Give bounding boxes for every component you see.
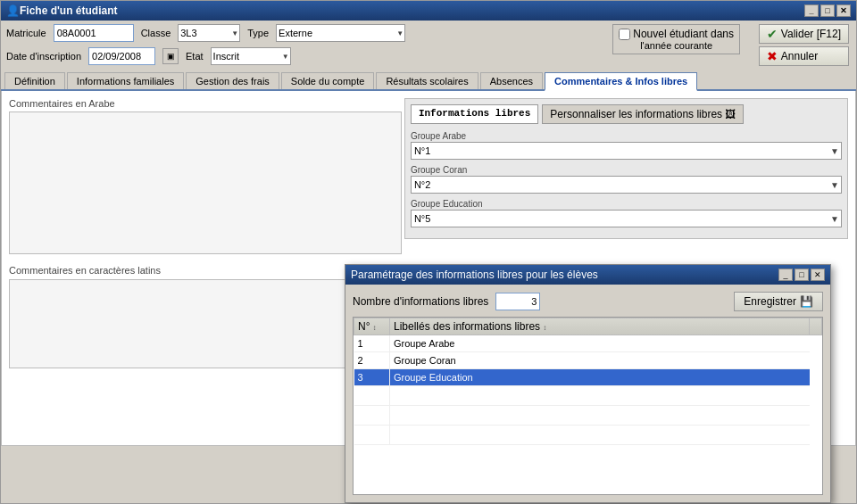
row-6-libelle <box>390 426 810 445</box>
table-row[interactable]: 2 Groupe Coran <box>354 352 822 369</box>
tab-absences[interactable]: Absences <box>480 72 543 89</box>
tab-gestion-frais[interactable]: Gestion des frais <box>186 72 279 89</box>
table-header-row: N° ↕ Libellés des informations libres ↕ <box>354 318 822 335</box>
tab-solde-compte[interactable]: Solde du compte <box>281 72 375 89</box>
popup-close-button[interactable]: ✕ <box>811 269 825 281</box>
popup-table: N° ↕ Libellés des informations libres ↕ <box>354 318 822 445</box>
nombre-row: Nombre d'informations libres <box>353 293 540 310</box>
cancel-button[interactable]: ✖ Annuler <box>759 46 849 66</box>
popup-dialog: Paramétrage des informations libres pour… <box>345 264 831 503</box>
row-5-num <box>354 406 390 426</box>
col-scroll-header <box>810 318 822 335</box>
table-row[interactable]: 3 Groupe Education <box>354 369 822 386</box>
title-icon: 👤 <box>6 4 20 17</box>
col-libelle-header: Libellés des informations libres ↕ <box>390 318 810 335</box>
header-row-1: Matricule Classe 3L3 ▼ Type Externe ▼ No… <box>1 21 856 45</box>
group-education-select[interactable]: N°5 <box>411 210 842 227</box>
commentaires-latins-label: Commentaires en caractères latins <box>9 265 402 276</box>
row-2-libelle: Groupe Coran <box>390 352 810 369</box>
group-coran-field: Groupe Coran N°2 ▼ <box>411 165 842 194</box>
popup-table-wrapper: N° ↕ Libellés des informations libres ↕ <box>353 317 823 495</box>
libelle-sort-icon: ↕ <box>543 324 546 332</box>
date-input[interactable] <box>88 47 155 65</box>
maximize-button[interactable]: □ <box>820 4 835 17</box>
close-button[interactable]: ✕ <box>836 4 851 17</box>
group-education-field: Groupe Education N°5 ▼ <box>411 199 842 227</box>
new-student-label: Nouvel étudiant dans <box>619 28 734 40</box>
enregistrer-label: Enregistrer <box>744 295 796 308</box>
check-icon: ✔ <box>767 27 778 41</box>
info-libres-tabs: Informations libres Personnaliser les in… <box>411 104 842 124</box>
row-3-libelle: Groupe Education <box>390 369 810 386</box>
group-arabe-label: Groupe Arabe <box>411 131 842 141</box>
nombre-input[interactable] <box>495 293 540 310</box>
group-arabe-field: Groupe Arabe N°1 ▼ <box>411 131 842 160</box>
type-label: Type <box>247 28 269 38</box>
group-arabe-select[interactable]: N°1 <box>411 142 842 160</box>
group-education-label: Groupe Education <box>411 199 842 209</box>
popup-minimize-button[interactable]: _ <box>778 269 793 281</box>
tabs-bar: Définition Informations familiales Gesti… <box>1 70 856 91</box>
popup-table-body: 1 Groupe Arabe 2 Groupe Coran 3 Groupe E… <box>354 335 822 445</box>
personnaliser-label: Personnaliser les informations libres <box>550 108 722 120</box>
comments-section: Commentaires en Arabe Commentaires en ca… <box>9 98 402 368</box>
window-title: Fiche d'un étudiant <box>20 4 118 17</box>
x-icon: ✖ <box>767 49 778 63</box>
classe-select[interactable]: 3L3 <box>178 24 240 42</box>
etat-label: Etat <box>186 51 204 62</box>
table-row[interactable] <box>354 426 822 445</box>
tab-informations-familiales[interactable]: Informations familiales <box>67 72 184 89</box>
tab-definition[interactable]: Définition <box>4 72 65 89</box>
new-student-checkbox[interactable] <box>619 29 630 40</box>
table-row[interactable] <box>354 406 822 426</box>
save-disk-icon: 💾 <box>800 295 813 308</box>
table-row[interactable] <box>354 386 822 406</box>
info-libres-tab[interactable]: Informations libres <box>411 104 538 124</box>
main-window: 👤 Fiche d'un étudiant _ □ ✕ Matricule Cl… <box>0 0 857 504</box>
popup-content: Nombre d'informations libres Enregistrer… <box>345 285 830 502</box>
nombre-label: Nombre d'informations libres <box>353 295 488 308</box>
new-student-label2: l'année courante <box>619 40 734 51</box>
title-bar: 👤 Fiche d'un étudiant _ □ ✕ <box>1 1 856 21</box>
cancel-label: Annuler <box>781 50 818 62</box>
action-buttons: ✔ Valider [F12] ✖ Annuler <box>759 24 849 66</box>
group-coran-select[interactable]: N°2 <box>411 176 842 194</box>
commentaires-arabe-label: Commentaires en Arabe <box>9 98 402 109</box>
type-select[interactable]: Externe <box>276 24 405 42</box>
group-coran-label: Groupe Coran <box>411 165 842 175</box>
title-bar-controls: _ □ ✕ <box>804 4 851 17</box>
popup-title-bar: Paramétrage des informations libres pour… <box>345 265 830 285</box>
group-coran-combo-wrapper: N°2 ▼ <box>411 176 842 194</box>
popup-title-controls: _ □ ✕ <box>778 269 825 281</box>
classe-combo-wrapper: 3L3 ▼ <box>178 24 240 42</box>
popup-maximize-button[interactable]: □ <box>795 269 809 281</box>
row-5-libelle <box>390 406 810 426</box>
table-row[interactable]: 1 Groupe Arabe <box>354 335 822 352</box>
popup-title: Paramétrage des informations libres pour… <box>351 269 598 281</box>
new-student-area: Nouvel étudiant dans l'année courante <box>612 24 740 54</box>
image-icon: 🖼 <box>725 108 736 120</box>
type-combo-wrapper: Externe ▼ <box>276 24 405 42</box>
commentaires-latins-box[interactable] <box>9 279 402 368</box>
personnaliser-button[interactable]: Personnaliser les informations libres 🖼 <box>542 104 744 124</box>
row-4-libelle <box>390 386 810 406</box>
matricule-label: Matricule <box>6 28 46 38</box>
minimize-button[interactable]: _ <box>804 4 819 17</box>
tab-commentaires[interactable]: Commentaires & Infos libres <box>545 72 697 91</box>
validate-button[interactable]: ✔ Valider [F12] <box>759 24 849 44</box>
group-education-combo-wrapper: N°5 ▼ <box>411 210 842 227</box>
tab-resultats-scolaires[interactable]: Résultats scolaires <box>376 72 478 89</box>
num-sort-icon: ↕ <box>373 324 377 332</box>
etat-select[interactable]: Inscrit <box>211 47 291 65</box>
row-1-libelle: Groupe Arabe <box>390 335 810 352</box>
date-label: Date d'inscription <box>6 51 81 62</box>
matricule-input[interactable] <box>54 24 134 42</box>
row-2-num: 2 <box>354 352 390 369</box>
info-libres-panel: Informations libres Personnaliser les in… <box>404 98 848 239</box>
row-1-num: 1 <box>354 335 390 352</box>
col-num-header: N° ↕ <box>354 318 390 335</box>
date-picker-button[interactable]: ▣ <box>162 48 179 64</box>
row-3-num: 3 <box>354 369 390 386</box>
enregistrer-button[interactable]: Enregistrer 💾 <box>734 292 823 311</box>
commentaires-arabe-box[interactable] <box>9 112 402 254</box>
